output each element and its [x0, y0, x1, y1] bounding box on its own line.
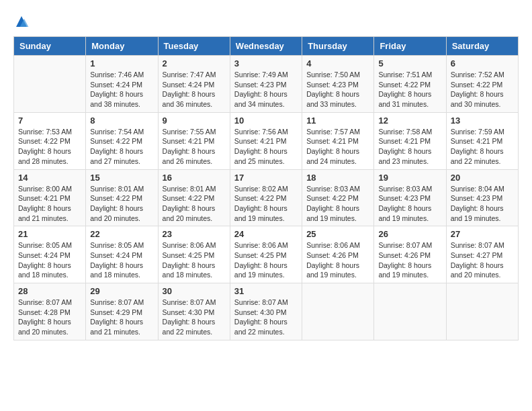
day-info: Sunrise: 8:07 AMSunset: 4:29 PMDaylight:… [90, 298, 153, 337]
day-info: Sunrise: 8:06 AMSunset: 4:25 PMDaylight:… [234, 240, 298, 280]
column-header-sunday: Sunday [14, 37, 86, 56]
day-info: Sunrise: 8:03 AMSunset: 4:23 PMDaylight:… [378, 184, 441, 224]
day-info: Sunrise: 7:54 AMSunset: 4:22 PMDaylight:… [90, 127, 153, 167]
day-number: 27 [451, 229, 514, 239]
day-info: Sunrise: 8:01 AMSunset: 4:22 PMDaylight:… [163, 184, 226, 224]
day-info: Sunrise: 8:01 AMSunset: 4:22 PMDaylight:… [90, 184, 153, 224]
week-row-3: 14Sunrise: 8:00 AMSunset: 4:21 PMDayligh… [14, 169, 519, 226]
day-info: Sunrise: 8:07 AMSunset: 4:26 PMDaylight:… [378, 240, 441, 280]
day-info: Sunrise: 8:05 AMSunset: 4:24 PMDaylight:… [90, 240, 153, 280]
day-number: 24 [234, 229, 298, 239]
calendar-cell [14, 56, 86, 113]
day-info: Sunrise: 7:55 AMSunset: 4:21 PMDaylight:… [163, 127, 226, 167]
day-info: Sunrise: 8:03 AMSunset: 4:22 PMDaylight:… [306, 184, 369, 224]
day-info: Sunrise: 7:56 AMSunset: 4:21 PMDaylight:… [234, 127, 298, 167]
day-info: Sunrise: 8:07 AMSunset: 4:28 PMDaylight:… [18, 298, 81, 337]
day-info: Sunrise: 8:07 AMSunset: 4:30 PMDaylight:… [234, 298, 298, 337]
page-header [13, 13, 519, 30]
day-info: Sunrise: 7:52 AMSunset: 4:22 PMDaylight:… [451, 70, 514, 109]
calendar-cell: 4Sunrise: 7:50 AMSunset: 4:23 PMDaylight… [302, 56, 374, 113]
calendar-cell: 29Sunrise: 8:07 AMSunset: 4:29 PMDayligh… [86, 283, 158, 340]
calendar-cell: 31Sunrise: 8:07 AMSunset: 4:30 PMDayligh… [230, 283, 302, 340]
column-header-tuesday: Tuesday [158, 37, 230, 56]
calendar-cell: 27Sunrise: 8:07 AMSunset: 4:27 PMDayligh… [446, 226, 518, 283]
day-info: Sunrise: 8:00 AMSunset: 4:21 PMDaylight:… [18, 184, 81, 224]
day-number: 30 [163, 286, 226, 296]
calendar-cell: 25Sunrise: 8:06 AMSunset: 4:26 PMDayligh… [302, 226, 374, 283]
day-number: 28 [18, 286, 81, 296]
calendar-cell: 11Sunrise: 7:57 AMSunset: 4:21 PMDayligh… [302, 112, 374, 169]
day-info: Sunrise: 8:06 AMSunset: 4:26 PMDaylight:… [306, 240, 369, 280]
week-row-1: 1Sunrise: 7:46 AMSunset: 4:24 PMDaylight… [14, 56, 519, 113]
calendar-cell [446, 283, 518, 340]
day-number: 22 [90, 229, 153, 239]
day-info: Sunrise: 8:05 AMSunset: 4:24 PMDaylight:… [18, 240, 81, 280]
day-number: 21 [18, 229, 81, 239]
day-number: 12 [378, 116, 441, 126]
day-number: 11 [306, 116, 369, 126]
logo-icon [13, 13, 30, 30]
day-number: 23 [163, 229, 226, 239]
calendar-cell: 14Sunrise: 8:00 AMSunset: 4:21 PMDayligh… [14, 169, 86, 226]
calendar-cell: 13Sunrise: 7:59 AMSunset: 4:21 PMDayligh… [446, 112, 518, 169]
day-info: Sunrise: 7:49 AMSunset: 4:23 PMDaylight:… [234, 70, 298, 109]
header-row: SundayMondayTuesdayWednesdayThursdayFrid… [14, 37, 519, 56]
calendar-cell: 10Sunrise: 7:56 AMSunset: 4:21 PMDayligh… [230, 112, 302, 169]
day-number: 10 [234, 116, 298, 126]
calendar-cell: 22Sunrise: 8:05 AMSunset: 4:24 PMDayligh… [86, 226, 158, 283]
day-number: 31 [234, 286, 298, 296]
day-info: Sunrise: 7:50 AMSunset: 4:23 PMDaylight:… [306, 70, 369, 109]
calendar-cell: 15Sunrise: 8:01 AMSunset: 4:22 PMDayligh… [86, 169, 158, 226]
column-header-thursday: Thursday [302, 37, 374, 56]
day-info: Sunrise: 7:57 AMSunset: 4:21 PMDaylight:… [306, 127, 369, 167]
column-header-monday: Monday [86, 37, 158, 56]
day-info: Sunrise: 8:07 AMSunset: 4:27 PMDaylight:… [451, 240, 514, 280]
day-info: Sunrise: 7:46 AMSunset: 4:24 PMDaylight:… [90, 70, 153, 109]
day-info: Sunrise: 8:04 AMSunset: 4:23 PMDaylight:… [451, 184, 514, 224]
calendar-cell: 16Sunrise: 8:01 AMSunset: 4:22 PMDayligh… [158, 169, 230, 226]
day-number: 26 [378, 229, 441, 239]
day-number: 13 [451, 116, 514, 126]
day-info: Sunrise: 7:47 AMSunset: 4:24 PMDaylight:… [163, 70, 226, 109]
calendar-cell [302, 283, 374, 340]
calendar-cell: 12Sunrise: 7:58 AMSunset: 4:21 PMDayligh… [374, 112, 446, 169]
calendar-cell: 8Sunrise: 7:54 AMSunset: 4:22 PMDaylight… [86, 112, 158, 169]
day-number: 2 [163, 58, 226, 68]
calendar-cell: 20Sunrise: 8:04 AMSunset: 4:23 PMDayligh… [446, 169, 518, 226]
day-number: 25 [306, 229, 369, 239]
day-info: Sunrise: 8:06 AMSunset: 4:25 PMDaylight:… [163, 240, 226, 280]
week-row-5: 28Sunrise: 8:07 AMSunset: 4:28 PMDayligh… [14, 283, 519, 340]
calendar-cell: 7Sunrise: 7:53 AMSunset: 4:22 PMDaylight… [14, 112, 86, 169]
day-info: Sunrise: 8:02 AMSunset: 4:22 PMDaylight:… [234, 184, 298, 224]
day-number: 1 [90, 58, 153, 68]
calendar-cell: 21Sunrise: 8:05 AMSunset: 4:24 PMDayligh… [14, 226, 86, 283]
day-number: 20 [451, 173, 514, 183]
day-number: 15 [90, 173, 153, 183]
calendar-cell: 5Sunrise: 7:51 AMSunset: 4:22 PMDaylight… [374, 56, 446, 113]
week-row-2: 7Sunrise: 7:53 AMSunset: 4:22 PMDaylight… [14, 112, 519, 169]
column-header-saturday: Saturday [446, 37, 518, 56]
day-number: 4 [306, 58, 369, 68]
day-number: 17 [234, 173, 298, 183]
calendar-cell: 6Sunrise: 7:52 AMSunset: 4:22 PMDaylight… [446, 56, 518, 113]
calendar-cell: 9Sunrise: 7:55 AMSunset: 4:21 PMDaylight… [158, 112, 230, 169]
day-number: 9 [163, 116, 226, 126]
column-header-wednesday: Wednesday [230, 37, 302, 56]
calendar-cell: 28Sunrise: 8:07 AMSunset: 4:28 PMDayligh… [14, 283, 86, 340]
calendar-cell [374, 283, 446, 340]
day-info: Sunrise: 7:53 AMSunset: 4:22 PMDaylight:… [18, 127, 81, 167]
day-info: Sunrise: 7:59 AMSunset: 4:21 PMDaylight:… [451, 127, 514, 167]
day-number: 18 [306, 173, 369, 183]
calendar-cell: 26Sunrise: 8:07 AMSunset: 4:26 PMDayligh… [374, 226, 446, 283]
day-number: 5 [378, 58, 441, 68]
day-info: Sunrise: 7:51 AMSunset: 4:22 PMDaylight:… [378, 70, 441, 109]
day-number: 29 [90, 286, 153, 296]
calendar-cell: 23Sunrise: 8:06 AMSunset: 4:25 PMDayligh… [158, 226, 230, 283]
day-number: 19 [378, 173, 441, 183]
day-number: 7 [18, 116, 81, 126]
day-number: 8 [90, 116, 153, 126]
day-info: Sunrise: 8:07 AMSunset: 4:30 PMDaylight:… [163, 298, 226, 337]
calendar-cell: 2Sunrise: 7:47 AMSunset: 4:24 PMDaylight… [158, 56, 230, 113]
calendar-cell: 24Sunrise: 8:06 AMSunset: 4:25 PMDayligh… [230, 226, 302, 283]
day-number: 6 [451, 58, 514, 68]
